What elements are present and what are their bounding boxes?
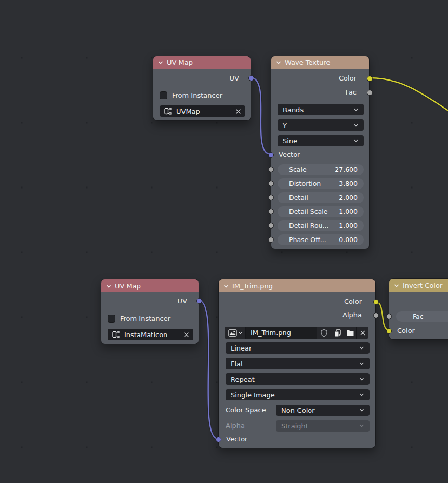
color-space-dropdown[interactable]: Non-Color — [276, 405, 370, 416]
node-wave-texture[interactable]: Wave Texture Color Fac Bands Y Sine Vect… — [271, 56, 370, 249]
bands-direction-value: Y — [283, 122, 287, 129]
node-header[interactable]: Wave Texture — [271, 56, 369, 69]
open-image-button[interactable] — [344, 327, 356, 339]
socket-detail-input[interactable] — [268, 195, 274, 200]
distortion-slider[interactable]: Distortion 3.800 — [278, 178, 364, 189]
socket-color-output[interactable] — [367, 76, 373, 82]
chevron-down-icon — [359, 345, 364, 351]
fake-user-button[interactable] — [317, 327, 331, 339]
alpha-mode-label: Alpha — [226, 422, 245, 430]
chevron-down-icon — [359, 408, 364, 413]
wire-uv-to-wave-outline — [251, 78, 271, 154]
node-invert-color[interactable]: Invert Color Fac 1 Color — [389, 278, 448, 340]
node-title: UV Map — [115, 282, 141, 290]
node-header[interactable]: UV Map — [101, 279, 199, 292]
color-space-label: Color Space — [226, 406, 266, 414]
socket-color-input[interactable] — [386, 328, 392, 334]
node-header[interactable]: IM_Trim.png — [219, 279, 375, 292]
chevron-down-icon — [353, 107, 359, 112]
from-instancer-label: From Instancer — [120, 315, 170, 323]
close-icon — [360, 330, 366, 336]
socket-distortion-input[interactable] — [268, 181, 274, 186]
socket-scale-input[interactable] — [268, 167, 274, 172]
bands-direction-dropdown[interactable]: Y — [278, 119, 364, 131]
node-editor-canvas[interactable]: UV Map UV From Instancer UVMap — [0, 0, 448, 483]
param-label: Scale — [284, 166, 335, 173]
color-space-value: Non-Color — [281, 407, 315, 414]
shield-icon — [320, 329, 328, 337]
interpolation-dropdown[interactable]: Linear — [226, 342, 370, 354]
socket-color-output[interactable] — [373, 299, 379, 305]
node-image-texture[interactable]: IM_Trim.png Color Alpha IM_Trim.pn — [218, 279, 376, 448]
alpha-mode-value: Straight — [281, 422, 308, 430]
wave-type-dropdown[interactable]: Bands — [278, 104, 364, 115]
fac-slider[interactable]: Fac 1 — [396, 311, 448, 322]
clear-uv-map-icon[interactable] — [183, 332, 189, 338]
folder-icon — [346, 329, 354, 337]
source-value: Single Image — [231, 391, 275, 399]
param-value: 3.800 — [339, 180, 358, 187]
image-name-field[interactable]: IM_Trim.png — [246, 327, 317, 339]
socket-vector-input[interactable] — [216, 437, 221, 442]
image-browse-button[interactable] — [225, 327, 245, 339]
duplicate-image-button[interactable] — [331, 327, 344, 339]
from-instancer-checkbox[interactable] — [108, 315, 115, 323]
node-uv-map-top[interactable]: UV Map UV From Instancer UVMap — [153, 56, 251, 121]
collapse-chevron-icon[interactable] — [158, 60, 163, 65]
collapse-chevron-icon[interactable] — [106, 284, 111, 289]
socket-uv-output[interactable] — [248, 75, 254, 81]
extension-value: Repeat — [231, 375, 255, 383]
from-instancer-checkbox[interactable] — [160, 91, 167, 99]
param-value: 2.000 — [339, 194, 358, 202]
uv-map-icon — [164, 107, 172, 115]
wire-uv-to-image-outline — [199, 301, 218, 439]
node-title: Wave Texture — [285, 59, 330, 66]
collapse-chevron-icon[interactable] — [223, 284, 229, 289]
detail-slider[interactable]: Detail 2.000 — [278, 192, 364, 203]
uv-map-name: InstaMatIcon — [124, 331, 167, 339]
socket-alpha-output[interactable] — [373, 313, 379, 318]
uv-map-selector[interactable]: UVMap — [160, 105, 245, 117]
chevron-down-icon — [359, 423, 364, 428]
source-dropdown[interactable]: Single Image — [226, 389, 370, 400]
node-header[interactable]: Invert Color — [389, 279, 448, 292]
chevron-down-icon — [359, 392, 364, 397]
clear-uv-map-icon[interactable] — [235, 109, 241, 114]
wire-uv-to-image — [199, 301, 218, 439]
uv-map-selector[interactable]: InstaMatIcon — [108, 329, 193, 340]
socket-fac-input[interactable] — [386, 314, 392, 319]
param-value: 27.600 — [335, 166, 358, 173]
param-value: 1.000 — [339, 208, 358, 216]
phase-offset-slider[interactable]: Phase Off... 0.000 — [278, 234, 364, 245]
input-label-vector: Vector — [279, 151, 300, 158]
projection-value: Flat — [231, 360, 243, 368]
detail-scale-slider[interactable]: Detail Scale 1.000 — [278, 206, 364, 217]
output-label-alpha: Alpha — [342, 311, 362, 319]
node-title: UV Map — [167, 59, 193, 66]
interpolation-value: Linear — [231, 344, 252, 352]
param-label: Distortion — [284, 180, 339, 187]
detail-roughness-slider[interactable]: Detail Rou... 1.000 — [278, 220, 364, 231]
param-value: 0.000 — [339, 236, 358, 244]
projection-dropdown[interactable]: Flat — [226, 358, 370, 369]
from-instancer-label: From Instancer — [172, 91, 222, 99]
wave-type-value: Bands — [283, 106, 304, 114]
chevron-down-icon — [239, 331, 242, 335]
input-label-vector: Vector — [226, 435, 247, 443]
uv-map-name: UVMap — [176, 108, 200, 115]
copy-icon — [334, 329, 341, 337]
socket-detail-scale-input[interactable] — [268, 209, 274, 214]
scale-slider[interactable]: Scale 27.600 — [278, 164, 364, 175]
extension-dropdown[interactable]: Repeat — [226, 373, 370, 385]
node-header[interactable]: UV Map — [153, 56, 251, 69]
socket-phase-offset-input[interactable] — [268, 237, 274, 243]
socket-fac-output[interactable] — [367, 90, 373, 96]
socket-uv-output[interactable] — [196, 298, 202, 304]
collapse-chevron-icon[interactable] — [394, 283, 399, 288]
unlink-image-button[interactable] — [357, 327, 368, 339]
node-uv-map-bottom[interactable]: UV Map UV From Instancer InstaMatIcon — [101, 279, 199, 344]
socket-vector-input[interactable] — [268, 152, 274, 158]
collapse-chevron-icon[interactable] — [276, 60, 281, 65]
socket-detail-roughness-input[interactable] — [268, 223, 274, 229]
wave-profile-dropdown[interactable]: Sine — [278, 135, 364, 146]
